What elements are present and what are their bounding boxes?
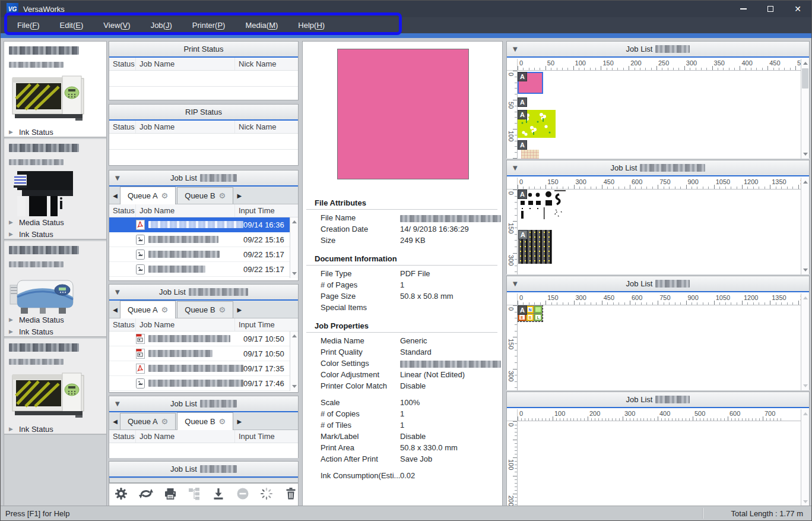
job-marker-badge[interactable]: A: [518, 110, 527, 119]
column-header-job-name[interactable]: Job Name: [136, 430, 235, 443]
tabs-scroll-right-icon[interactable]: ▶: [234, 187, 244, 204]
printer-link-ink-status[interactable]: ▶Ink Status: [9, 423, 102, 435]
tab-queue-a[interactable]: Queue A⚙: [120, 301, 176, 318]
printer-card-4[interactable]: ▶Ink Status: [4, 339, 106, 435]
menu-job[interactable]: Job(J): [151, 21, 172, 30]
layout-canvas[interactable]: UNEBLA: [518, 305, 801, 390]
job-marker-badge[interactable]: A: [518, 190, 527, 199]
job-thumbnail-beige[interactable]: [521, 150, 539, 159]
column-header-status[interactable]: Status: [109, 430, 136, 443]
printer-link-ink-status[interactable]: ▶Ink Status: [9, 228, 102, 240]
tabs-scroll-left-icon[interactable]: ◀: [110, 187, 120, 204]
collapse-icon[interactable]: ▼: [115, 289, 120, 295]
job-row[interactable]: 09/22 15:16: [109, 232, 298, 247]
tab-queue-a[interactable]: Queue A⚙: [120, 413, 176, 430]
detail-value-redacted: [400, 361, 501, 368]
settings-button[interactable]: [114, 487, 129, 503]
column-header-job-name[interactable]: Job Name: [136, 204, 235, 217]
printer-card-3[interactable]: ▶Media Status▶Ink Status: [4, 241, 106, 337]
tab-queue-a[interactable]: Queue A⚙: [120, 187, 176, 204]
layout-scrollbar[interactable]: [801, 59, 809, 159]
panel-header[interactable]: ▼Job List: [507, 160, 809, 176]
menu-printer[interactable]: Printer(P): [192, 21, 226, 30]
delete-button[interactable]: [283, 487, 298, 503]
processing-button[interactable]: [259, 487, 274, 503]
menu-media[interactable]: Media(M): [245, 21, 278, 30]
printer-link-ink-status[interactable]: ▶Ink Status: [9, 326, 102, 337]
column-header-nick-name[interactable]: Nick Name: [235, 121, 298, 133]
printer-link-media-status[interactable]: ▶Media Status: [9, 314, 102, 326]
collapse-icon[interactable]: ▼: [513, 165, 518, 171]
job-marker-badge[interactable]: A: [518, 72, 527, 81]
printer-link-media-status[interactable]: ▶Media Status: [9, 216, 102, 228]
queue-settings-icon[interactable]: ⚙: [161, 305, 169, 314]
refresh-button[interactable]: [138, 487, 154, 503]
menu-help[interactable]: Help(H): [298, 21, 325, 30]
column-header-job-name[interactable]: Job Name: [136, 318, 235, 331]
collapse-icon[interactable]: ▼: [115, 400, 120, 407]
download-button[interactable]: [211, 487, 226, 503]
job-row[interactable]: 09/17 17:46: [109, 376, 298, 391]
job-marker-badge[interactable]: A: [518, 230, 528, 239]
rows-scrollbar[interactable]: [290, 217, 298, 278]
column-header-status[interactable]: Status: [109, 58, 136, 70]
queue-settings-icon[interactable]: ⚙: [219, 191, 226, 200]
layout-canvas[interactable]: [518, 421, 801, 506]
collapse-icon[interactable]: ▼: [513, 46, 518, 52]
column-header-input-time[interactable]: Input Time: [235, 318, 298, 331]
tabs-scroll-right-icon[interactable]: ▶: [234, 301, 244, 318]
layout-scrollbar[interactable]: [801, 178, 809, 274]
job-row[interactable]: 09/22 15:17: [109, 247, 298, 262]
layout-scrollbar[interactable]: [801, 409, 809, 506]
column-header-input-time[interactable]: Input Time: [235, 204, 298, 217]
panel-header[interactable]: ▼Job List: [109, 285, 298, 301]
panel-header[interactable]: Job List: [109, 462, 298, 478]
job-marker-badge[interactable]: A: [518, 97, 527, 107]
panel-header[interactable]: ▼Job List: [109, 170, 298, 187]
panel-header[interactable]: ▼Job List: [109, 396, 298, 412]
job-row[interactable]: 09/22 15:17: [109, 262, 298, 277]
minimize-button[interactable]: [729, 1, 757, 17]
collapse-icon[interactable]: ▼: [115, 175, 120, 181]
job-row[interactable]: 09/17 10:50: [109, 346, 298, 361]
column-header-status[interactable]: Status: [109, 318, 136, 331]
column-header-input-time[interactable]: Input Time: [235, 430, 298, 443]
column-header-status[interactable]: Status: [109, 204, 136, 217]
close-button[interactable]: ✕: [784, 1, 811, 17]
tabs-scroll-left-icon[interactable]: ◀: [110, 413, 120, 430]
panel-header[interactable]: Job List: [507, 392, 809, 408]
job-row[interactable]: 09/17 17:35: [109, 361, 298, 376]
printer-card-1[interactable]: ▶Ink Status: [4, 42, 106, 138]
column-header-nick-name[interactable]: Nick Name: [235, 58, 298, 70]
job-marker-badge[interactable]: A: [518, 140, 527, 150]
menu-edit[interactable]: Edit(E): [60, 21, 84, 30]
printer-link-ink-status[interactable]: ▶Ink Status: [9, 126, 102, 138]
layout-canvas[interactable]: AAAA: [518, 71, 801, 159]
job-row[interactable]: 09/17 10:50: [109, 331, 298, 346]
printer-card-2[interactable]: ▶Media Status▶Ink Status: [4, 139, 106, 240]
tabs-scroll-right-icon[interactable]: ▶: [234, 413, 244, 430]
panel-header[interactable]: ▼Job List: [507, 276, 809, 292]
column-header-job-name[interactable]: Job Name: [136, 121, 235, 133]
tab-queue-b[interactable]: Queue B⚙: [177, 301, 233, 318]
tabs-scroll-left-icon[interactable]: ◀: [110, 301, 120, 318]
queue-settings-icon[interactable]: ⚙: [219, 417, 226, 426]
layout-canvas[interactable]: AA: [518, 190, 801, 274]
collapse-icon[interactable]: ▼: [513, 280, 518, 287]
column-header-status[interactable]: Status: [109, 121, 136, 133]
queue-settings-icon[interactable]: ⚙: [219, 305, 226, 314]
column-header-job-name[interactable]: Job Name: [136, 58, 235, 70]
menu-view[interactable]: View(V): [103, 21, 130, 30]
rows-scrollbar[interactable]: [290, 331, 298, 391]
maximize-button[interactable]: [757, 1, 784, 17]
queue-settings-icon[interactable]: ⚙: [161, 191, 169, 200]
queue-settings-icon[interactable]: ⚙: [161, 417, 169, 426]
layout-scrollbar[interactable]: [801, 293, 809, 390]
panel-header[interactable]: ▼Job List: [507, 42, 809, 58]
job-marker-badge[interactable]: A: [518, 305, 527, 315]
job-row[interactable]: 09/14 16:36: [109, 217, 298, 232]
tab-queue-b[interactable]: Queue B⚙: [177, 412, 233, 430]
menu-file[interactable]: File(F): [17, 21, 40, 30]
tab-queue-b[interactable]: Queue B⚙: [177, 187, 233, 204]
print-button[interactable]: [163, 487, 178, 503]
